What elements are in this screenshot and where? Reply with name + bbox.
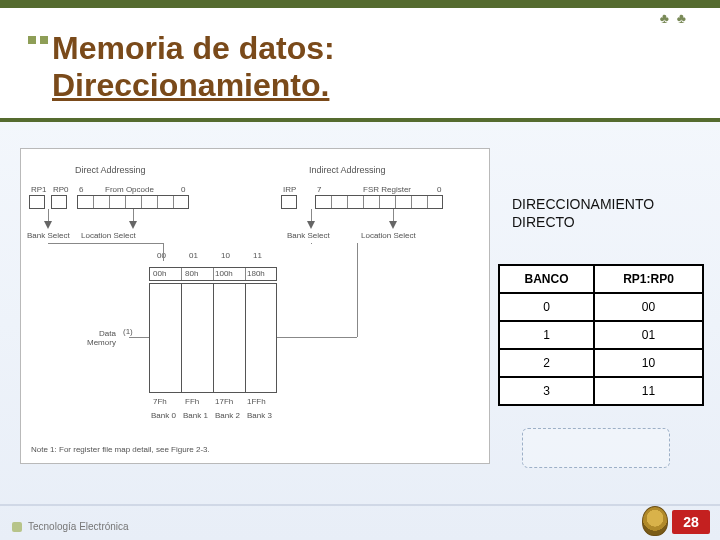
table-row: 0 00 <box>499 293 703 321</box>
right-panel-title: DIRECCIONAMIENTO DIRECTO <box>512 196 702 231</box>
table-row: 3 11 <box>499 377 703 405</box>
rp1-box <box>29 195 45 209</box>
seal-icon <box>642 506 668 536</box>
bank-name: Bank 0 <box>151 411 176 420</box>
top-logo-icon: ♣ ♣ <box>660 10 688 26</box>
table-header-row: BANCO RP1:RP0 <box>499 265 703 293</box>
rp0-label: RP0 <box>53 185 69 194</box>
opcode-register <box>77 195 189 209</box>
addr-top-cell: 180h <box>247 269 265 278</box>
table-cell: 3 <box>499 377 594 405</box>
addr-bottom-cell: 7Fh <box>153 397 167 406</box>
bank-table: BANCO RP1:RP0 0 00 1 01 2 10 3 11 <box>498 264 704 406</box>
opcode-msb: 6 <box>79 185 83 194</box>
table-cell: 10 <box>594 349 703 377</box>
direct-addressing-label: Direct Addressing <box>75 165 146 175</box>
bullet-icon <box>28 36 36 44</box>
fsr-msb: 7 <box>317 185 321 194</box>
location-select-right: Location Select <box>361 231 416 240</box>
header: ♣ ♣ Memoria de datos: Direccionamiento. <box>0 0 720 122</box>
bank-bit: 10 <box>221 251 230 260</box>
fsr-lsb: 0 <box>437 185 441 194</box>
table-cell: 00 <box>594 293 703 321</box>
bank-select-left: Bank Select <box>27 231 70 240</box>
table-header: BANCO <box>499 265 594 293</box>
page-title: Memoria de datos: Direccionamiento. <box>52 30 335 104</box>
irp-box <box>281 195 297 209</box>
table-header: RP1:RP0 <box>594 265 703 293</box>
addr-bottom-cell: 17Fh <box>215 397 233 406</box>
bank-bit: 00 <box>157 251 166 260</box>
right-title-line2: DIRECTO <box>512 214 702 232</box>
note-sup: (1) <box>123 327 133 336</box>
title-line2: Direccionamiento. <box>52 67 335 104</box>
bank-name: Bank 3 <box>247 411 272 420</box>
footer-bullet-icon <box>12 522 22 532</box>
rp1-label: RP1 <box>31 185 47 194</box>
bank-bit: 11 <box>253 251 262 260</box>
addressing-diagram: Direct Addressing Indirect Addressing RP… <box>20 148 490 464</box>
location-select-left: Location Select <box>81 231 136 240</box>
diagram-note: Note 1: For register file map detail, se… <box>31 445 210 454</box>
fsr-register <box>315 195 443 209</box>
right-title-line1: DIRECCIONAMIENTO <box>512 196 702 214</box>
addr-bottom-cell: FFh <box>185 397 199 406</box>
opcode-lsb: 0 <box>181 185 185 194</box>
title-line1: Memoria de datos: <box>52 30 335 67</box>
page-number: 28 <box>672 510 710 534</box>
bullet-icon <box>40 36 48 44</box>
slide: ♣ ♣ Memoria de datos: Direccionamiento. … <box>0 0 720 540</box>
bank-select-right: Bank Select <box>287 231 330 240</box>
footer: Tecnología Electrónica 28 <box>0 504 720 540</box>
footer-text: Tecnología Electrónica <box>28 521 129 532</box>
decorative-dashed-box <box>522 428 670 468</box>
table-cell: 0 <box>499 293 594 321</box>
table-cell: 11 <box>594 377 703 405</box>
data-memory-block <box>149 283 277 393</box>
from-opcode-label: From Opcode <box>105 185 154 194</box>
addr-top-cell: 100h <box>215 269 233 278</box>
table-cell: 1 <box>499 321 594 349</box>
fsr-label: FSR Register <box>363 185 411 194</box>
bank-name: Bank 2 <box>215 411 240 420</box>
table-cell: 01 <box>594 321 703 349</box>
indirect-addressing-label: Indirect Addressing <box>309 165 386 175</box>
table-cell: 2 <box>499 349 594 377</box>
data-memory-label: Data Memory <box>87 329 116 347</box>
addr-bottom-cell: 1FFh <box>247 397 266 406</box>
addr-top-cell: 00h <box>153 269 166 278</box>
bank-name: Bank 1 <box>183 411 208 420</box>
table-row: 2 10 <box>499 349 703 377</box>
irp-label: IRP <box>283 185 296 194</box>
rp0-box <box>51 195 67 209</box>
bank-bit: 01 <box>189 251 198 260</box>
table-row: 1 01 <box>499 321 703 349</box>
addr-top-cell: 80h <box>185 269 198 278</box>
